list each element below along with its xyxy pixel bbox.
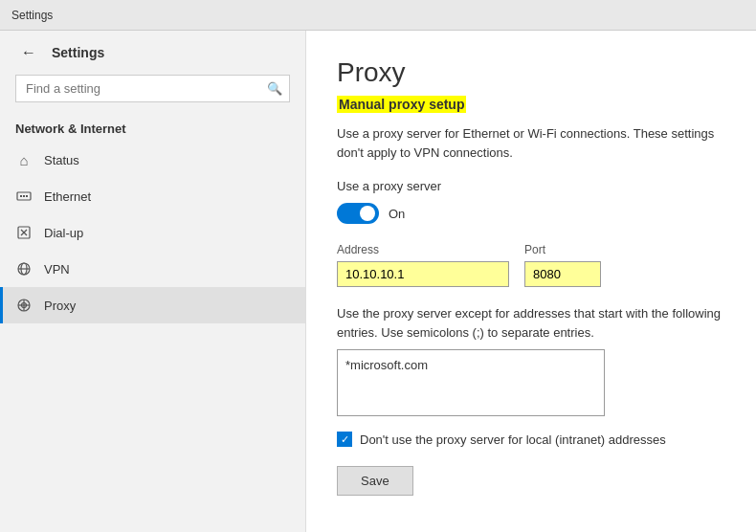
proxy-server-label: Use a proxy server [337,179,725,193]
back-icon: ← [21,44,36,60]
sidebar-item-ethernet[interactable]: Ethernet [0,178,305,214]
checkmark-icon: ✓ [341,433,349,446]
titlebar-title: Settings [11,9,53,22]
save-button[interactable]: Save [337,466,413,496]
toggle-state-label: On [389,207,405,221]
port-field-group: Port [524,243,601,287]
dialup-icon [15,224,33,241]
sidebar-item-proxy[interactable]: Proxy [0,287,305,323]
sidebar-title: Settings [52,45,104,60]
checkbox-label: Don't use the proxy server for local (in… [360,432,666,447]
sidebar-item-vpn[interactable]: VPN [0,251,305,287]
toggle-thumb [360,206,375,221]
ethernet-icon [15,188,33,205]
section-label: Network & Internet [0,114,305,142]
svg-rect-2 [23,195,25,197]
page-title: Proxy [337,57,725,88]
proxy-toggle[interactable] [337,203,379,224]
address-port-row: Address Port [337,243,725,287]
address-label: Address [337,243,509,256]
search-input[interactable] [15,75,290,102]
local-checkbox[interactable]: ✓ [337,432,352,447]
address-input[interactable] [337,261,509,287]
search-box: 🔍 [15,75,290,102]
titlebar: Settings [0,0,756,31]
address-field-group: Address [337,243,509,287]
port-input[interactable] [524,261,601,287]
sidebar-item-ethernet-label: Ethernet [44,189,91,204]
svg-rect-1 [20,195,22,197]
sidebar-item-status-label: Status [44,153,79,167]
port-label: Port [524,243,601,256]
content-area: Proxy Manual proxy setup Use a proxy ser… [306,31,756,532]
svg-rect-3 [26,195,28,197]
section-heading: Manual proxy setup [337,96,466,113]
sidebar-item-dialup-label: Dial-up [44,226,83,240]
proxy-description: Use a proxy server for Ethernet or Wi-Fi… [337,124,725,162]
vpn-icon [15,260,33,277]
home-icon: ⌂ [15,151,33,168]
back-button[interactable]: ← [15,42,42,63]
checkbox-row: ✓ Don't use the proxy server for local (… [337,432,725,447]
exceptions-description: Use the proxy server except for addresse… [337,304,725,342]
sidebar: ← Settings 🔍 Network & Internet ⌂ Status… [0,31,306,532]
sidebar-item-proxy-label: Proxy [44,299,76,313]
search-icon: 🔍 [267,81,282,96]
sidebar-item-status[interactable]: ⌂ Status [0,142,305,178]
toggle-row: On [337,203,725,224]
sidebar-header: ← Settings [0,31,305,75]
exceptions-textarea[interactable]: *microsoft.com [337,349,605,416]
sidebar-item-dialup[interactable]: Dial-up [0,214,305,251]
sidebar-item-vpn-label: VPN [44,262,70,277]
proxy-icon [15,297,33,314]
